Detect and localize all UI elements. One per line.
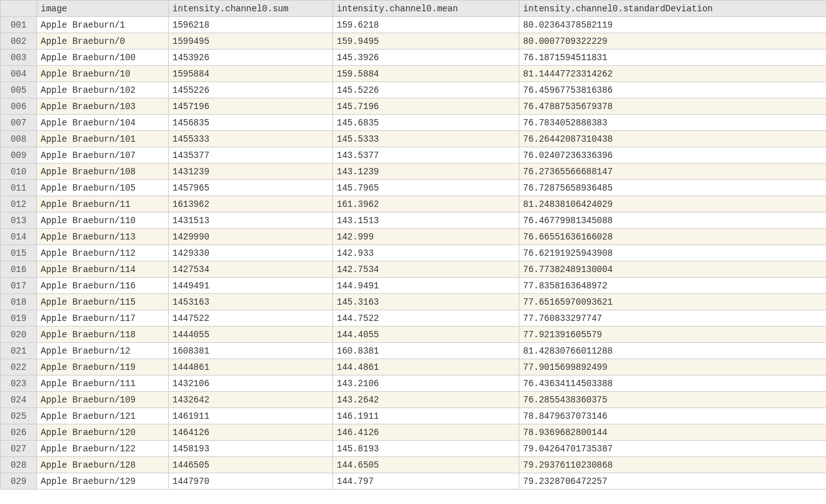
cell-stddev[interactable]: 81.14447723314262 [519, 66, 827, 82]
row-number-cell[interactable]: 009 [1, 147, 37, 164]
table-row[interactable]: 027Apple Braeburn/1221458193145.819379.0… [1, 441, 827, 457]
table-row[interactable]: 003Apple Braeburn/1001453926145.392676.1… [1, 50, 827, 66]
cell-image[interactable]: Apple Braeburn/121 [37, 408, 169, 424]
cell-sum[interactable]: 1444055 [169, 327, 333, 343]
row-number-cell[interactable]: 026 [1, 424, 37, 441]
cell-stddev[interactable]: 76.1871594511831 [519, 50, 827, 66]
table-row[interactable]: 020Apple Braeburn/1181444055144.405577.9… [1, 327, 827, 343]
row-number-cell[interactable]: 024 [1, 392, 37, 408]
cell-mean[interactable]: 144.7522 [333, 310, 519, 327]
header-rownum[interactable] [1, 1, 37, 17]
row-number-cell[interactable]: 004 [1, 66, 37, 82]
cell-sum[interactable]: 1447970 [169, 473, 333, 490]
table-row[interactable]: 007Apple Braeburn/1041456835145.683576.7… [1, 115, 827, 131]
cell-image[interactable]: Apple Braeburn/101 [37, 131, 169, 147]
cell-mean[interactable]: 144.797 [333, 473, 519, 490]
cell-stddev[interactable]: 76.26442087310438 [519, 131, 827, 147]
row-number-cell[interactable]: 017 [1, 278, 37, 294]
row-number-cell[interactable]: 013 [1, 213, 37, 229]
cell-stddev[interactable]: 77.760833297747 [519, 310, 827, 327]
cell-stddev[interactable]: 76.7834052888383 [519, 115, 827, 131]
cell-image[interactable]: Apple Braeburn/116 [37, 278, 169, 294]
table-row[interactable]: 024Apple Braeburn/1091432642143.264276.2… [1, 392, 827, 408]
cell-sum[interactable]: 1431513 [169, 213, 333, 229]
cell-sum[interactable]: 1455333 [169, 131, 333, 147]
data-table[interactable]: image intensity.channel0.sum intensity.c… [0, 0, 826, 490]
cell-image[interactable]: Apple Braeburn/119 [37, 359, 169, 375]
table-row[interactable]: 022Apple Braeburn/1191444861144.486177.9… [1, 359, 827, 375]
cell-sum[interactable]: 1457196 [169, 98, 333, 115]
cell-image[interactable]: Apple Braeburn/10 [37, 66, 169, 82]
cell-mean[interactable]: 142.999 [333, 229, 519, 245]
cell-sum[interactable]: 1449491 [169, 278, 333, 294]
cell-mean[interactable]: 142.7534 [333, 261, 519, 278]
row-number-cell[interactable]: 023 [1, 375, 37, 392]
cell-image[interactable]: Apple Braeburn/108 [37, 164, 169, 180]
cell-sum[interactable]: 1446505 [169, 457, 333, 473]
cell-sum[interactable]: 1447522 [169, 310, 333, 327]
cell-image[interactable]: Apple Braeburn/100 [37, 50, 169, 66]
cell-image[interactable]: Apple Braeburn/12 [37, 343, 169, 359]
cell-sum[interactable]: 1453926 [169, 50, 333, 66]
cell-stddev[interactable]: 76.02407236336396 [519, 147, 827, 164]
cell-mean[interactable]: 145.7965 [333, 180, 519, 196]
cell-sum[interactable]: 1461911 [169, 408, 333, 424]
cell-stddev[interactable]: 76.62191925943908 [519, 245, 827, 261]
cell-stddev[interactable]: 76.66551636166028 [519, 229, 827, 245]
cell-image[interactable]: Apple Braeburn/117 [37, 310, 169, 327]
cell-mean[interactable]: 143.2642 [333, 392, 519, 408]
cell-image[interactable]: Apple Braeburn/112 [37, 245, 169, 261]
cell-mean[interactable]: 145.7196 [333, 98, 519, 115]
cell-image[interactable]: Apple Braeburn/129 [37, 473, 169, 490]
row-number-cell[interactable]: 002 [1, 33, 37, 50]
cell-stddev[interactable]: 80.02364378582119 [519, 17, 827, 33]
cell-stddev[interactable]: 77.921391605579 [519, 327, 827, 343]
cell-image[interactable]: Apple Braeburn/1 [37, 17, 169, 33]
cell-mean[interactable]: 160.8381 [333, 343, 519, 359]
cell-sum[interactable]: 1599495 [169, 33, 333, 50]
cell-sum[interactable]: 1608381 [169, 343, 333, 359]
table-row[interactable]: 017Apple Braeburn/1161449491144.949177.8… [1, 278, 827, 294]
table-row[interactable]: 029Apple Braeburn/1291447970144.79779.23… [1, 473, 827, 490]
cell-mean[interactable]: 159.9495 [333, 33, 519, 50]
cell-mean[interactable]: 146.1911 [333, 408, 519, 424]
cell-stddev[interactable]: 77.8358163648972 [519, 278, 827, 294]
cell-image[interactable]: Apple Braeburn/120 [37, 424, 169, 441]
header-stddev[interactable]: intensity.channel0.standardDeviation [519, 1, 827, 17]
cell-sum[interactable]: 1432642 [169, 392, 333, 408]
row-number-cell[interactable]: 027 [1, 441, 37, 457]
cell-stddev[interactable]: 76.45967753816386 [519, 82, 827, 98]
cell-stddev[interactable]: 76.72875658936485 [519, 180, 827, 196]
cell-image[interactable]: Apple Braeburn/118 [37, 327, 169, 343]
cell-stddev[interactable]: 79.29376110230868 [519, 457, 827, 473]
cell-mean[interactable]: 143.1513 [333, 213, 519, 229]
table-row[interactable]: 018Apple Braeburn/1151453163145.316377.6… [1, 294, 827, 310]
cell-stddev[interactable]: 80.0007709322229 [519, 33, 827, 50]
cell-mean[interactable]: 144.6505 [333, 457, 519, 473]
cell-stddev[interactable]: 76.77382489130004 [519, 261, 827, 278]
cell-sum[interactable]: 1457965 [169, 180, 333, 196]
table-row[interactable]: 025Apple Braeburn/1211461911146.191178.8… [1, 408, 827, 424]
cell-sum[interactable]: 1464126 [169, 424, 333, 441]
cell-sum[interactable]: 1456835 [169, 115, 333, 131]
table-row[interactable]: 005Apple Braeburn/1021455226145.522676.4… [1, 82, 827, 98]
table-row[interactable]: 028Apple Braeburn/1281446505144.650579.2… [1, 457, 827, 473]
cell-mean[interactable]: 142.933 [333, 245, 519, 261]
cell-image[interactable]: Apple Braeburn/104 [37, 115, 169, 131]
row-number-cell[interactable]: 011 [1, 180, 37, 196]
row-number-cell[interactable]: 016 [1, 261, 37, 278]
cell-image[interactable]: Apple Braeburn/115 [37, 294, 169, 310]
row-number-cell[interactable]: 020 [1, 327, 37, 343]
row-number-cell[interactable]: 008 [1, 131, 37, 147]
cell-image[interactable]: Apple Braeburn/102 [37, 82, 169, 98]
cell-stddev[interactable]: 77.9015699892499 [519, 359, 827, 375]
table-row[interactable]: 004Apple Braeburn/101595884159.588481.14… [1, 66, 827, 82]
cell-sum[interactable]: 1431239 [169, 164, 333, 180]
cell-mean[interactable]: 145.6835 [333, 115, 519, 131]
cell-sum[interactable]: 1453163 [169, 294, 333, 310]
cell-mean[interactable]: 159.6218 [333, 17, 519, 33]
header-image[interactable]: image [37, 1, 169, 17]
cell-image[interactable]: Apple Braeburn/114 [37, 261, 169, 278]
cell-mean[interactable]: 144.9491 [333, 278, 519, 294]
row-number-cell[interactable]: 012 [1, 196, 37, 213]
